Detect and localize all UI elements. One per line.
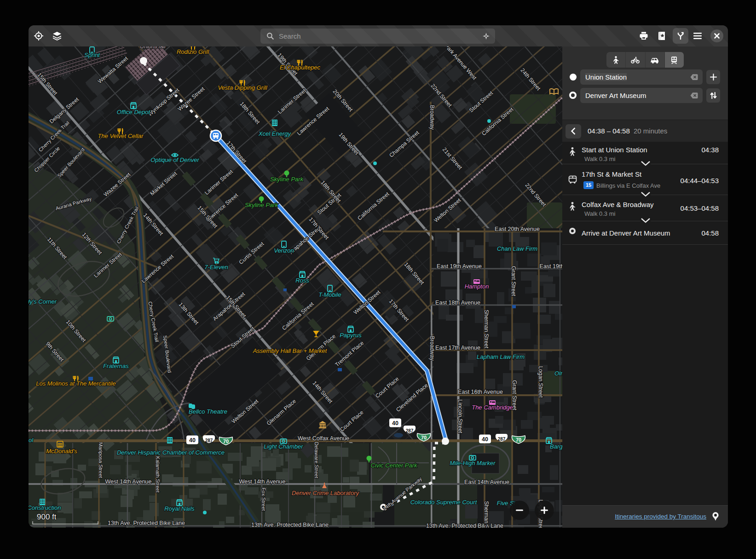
svg-text:Denver Hispanic Chamber of Com: Denver Hispanic Chamber of Commerce xyxy=(117,449,225,456)
svg-text:Sherman Street: Sherman Street xyxy=(483,501,490,528)
svg-text:Office Depot: Office Depot xyxy=(117,109,151,115)
svg-text:Light Chamber: Light Chamber xyxy=(264,443,303,450)
svg-text:Verizon: Verizon xyxy=(274,247,294,254)
svg-text:West 14th Avenue: West 14th Avenue xyxy=(105,478,151,485)
svg-text:Broadway: Broadway xyxy=(429,105,435,129)
svg-text:Xcel Energy: Xcel Energy xyxy=(258,130,292,137)
svg-text:70: 70 xyxy=(223,438,229,444)
svg-text:Grant Street: Grant Street xyxy=(510,266,517,296)
svg-text:East 20th Avenue: East 20th Avenue xyxy=(495,226,540,232)
svg-text:287: 287 xyxy=(406,428,414,433)
svg-text:Logan Street: Logan Street xyxy=(537,366,544,398)
svg-text:Skyline Park: Skyline Park xyxy=(270,176,304,183)
svg-text:Olne: Olne xyxy=(554,370,562,377)
svg-text:Union Hall: Union Hall xyxy=(140,46,166,50)
svg-text:Fraternas: Fraternas xyxy=(103,363,129,369)
svg-text:287: 287 xyxy=(205,438,213,443)
svg-text:Ross: Ross xyxy=(295,277,309,284)
svg-text:McDonald's: McDonald's xyxy=(46,448,77,455)
svg-text:East 18th Avenue: East 18th Avenue xyxy=(435,300,480,306)
svg-text:13th Ave. Protected Bike Lane: 13th Ave. Protected Bike Lane xyxy=(426,523,503,528)
svg-text:40: 40 xyxy=(482,436,488,443)
svg-text:Chan Law Firm: Chan Law Firm xyxy=(497,245,537,252)
svg-text:Hampton: Hampton xyxy=(465,283,489,290)
svg-text:7-Eleven: 7-Eleven xyxy=(204,264,228,271)
svg-text:East 19th Avenue: East 19th Avenue xyxy=(437,263,482,270)
svg-text:The Cambridge: The Cambridge xyxy=(472,404,513,411)
svg-text:East 14th Avenue: East 14th Avenue xyxy=(464,479,509,485)
svg-text:Colorado Supreme Court: Colorado Supreme Court xyxy=(410,499,478,506)
svg-text:Delaware Street: Delaware Street xyxy=(314,442,319,478)
svg-text:Bargain House Fu: Bargain House Fu xyxy=(550,443,562,450)
svg-text:13th Ave. Protected Bike Lane: 13th Ave. Protected Bike Lane xyxy=(108,520,185,526)
svg-text:Civic Center Park: Civic Center Park xyxy=(370,462,418,469)
svg-text:Rodizio Grill: Rodizio Grill xyxy=(177,48,209,55)
svg-text:287: 287 xyxy=(498,437,506,442)
svg-text:ol: ol xyxy=(29,437,34,444)
svg-text:Bellco Theatre: Bellco Theatre xyxy=(189,408,227,415)
svg-text:The Velvet Cellar: The Velvet Cellar xyxy=(98,133,144,139)
svg-text:West 14th Avenue: West 14th Avenue xyxy=(239,478,285,485)
svg-text:Lapham Law Firm: Lapham Law Firm xyxy=(477,353,525,360)
svg-text:Mile-High Marker: Mile-High Marker xyxy=(450,460,496,467)
svg-text:40: 40 xyxy=(392,420,398,426)
svg-text:Denver Crime Laboratory: Denver Crime Laboratory xyxy=(292,490,359,496)
svg-text:T-Mobile: T-Mobile xyxy=(318,291,341,298)
svg-text:A Construction: A Construction xyxy=(29,504,61,511)
svg-text:dy's Corner: dy's Corner xyxy=(29,298,57,305)
svg-text:Vesta Dipping Grill: Vesta Dipping Grill xyxy=(218,84,267,91)
svg-text:Sprint: Sprint xyxy=(84,52,100,58)
svg-text:Lincoln Street: Lincoln Street xyxy=(457,399,463,433)
svg-text:40: 40 xyxy=(189,437,196,444)
svg-text:Mariposa Street: Mariposa Street xyxy=(98,442,104,478)
svg-text:70: 70 xyxy=(421,435,427,440)
svg-text:Fox Street: Fox Street xyxy=(261,488,266,511)
svg-text:Broadway: Broadway xyxy=(429,336,435,360)
svg-text:East 19th: East 19th xyxy=(540,263,562,270)
svg-text:East 16th Avenue: East 16th Avenue xyxy=(458,389,503,395)
svg-text:Assembly Hall Bar + Market: Assembly Hall Bar + Market xyxy=(253,347,328,354)
svg-text:Los Molinos at The Mercantile: Los Molinos at The Mercantile xyxy=(36,380,115,387)
svg-text:70: 70 xyxy=(516,437,521,443)
svg-text:West Colfax Avenue: West Colfax Avenue xyxy=(298,435,349,442)
svg-text:Papyrus: Papyrus xyxy=(340,332,362,339)
svg-text:13th Ave. Protected Bike Lane: 13th Ave. Protected Bike Lane xyxy=(251,522,329,528)
svg-text:El Chapultepec: El Chapultepec xyxy=(280,64,321,71)
svg-text:East 17th Avenue: East 17th Avenue xyxy=(435,345,480,351)
svg-text:Skyline Park: Skyline Park xyxy=(245,202,279,208)
svg-text:Optique of Denver: Optique of Denver xyxy=(150,156,199,163)
svg-text:Kalamath Street: Kalamath Street xyxy=(155,456,161,493)
svg-text:Royal Nails: Royal Nails xyxy=(164,505,195,512)
svg-text:Sherman Street: Sherman Street xyxy=(483,310,490,349)
svg-text:900 ft: 900 ft xyxy=(37,513,57,521)
